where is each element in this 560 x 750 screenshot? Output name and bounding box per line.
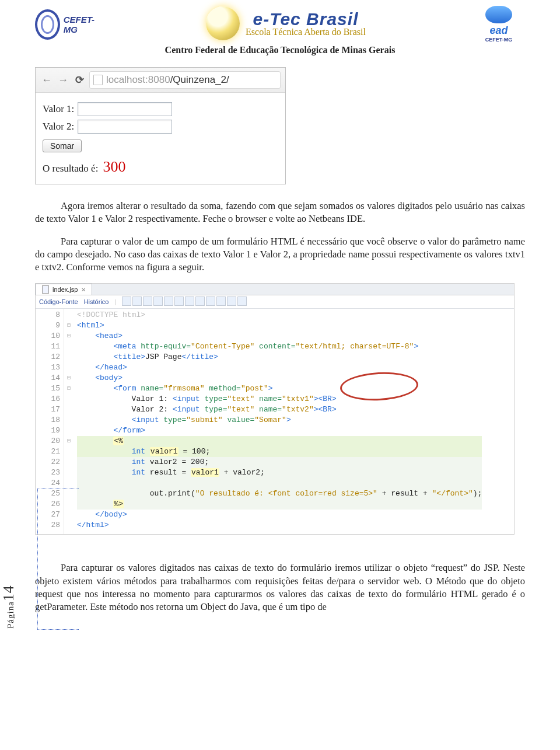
forward-icon[interactable]: → (57, 74, 69, 86)
institution-title: Centro Federal de Educação Tecnológica d… (35, 45, 525, 55)
url-path: /Quinzena_2/ (170, 74, 229, 85)
ide-tab-label: index.jsp (52, 286, 78, 293)
ide-history-tab[interactable]: Histórico (84, 298, 109, 305)
page-label: Página (6, 602, 15, 629)
ead-sub: CEFET-MG (473, 37, 525, 43)
page-number: Página14 (0, 585, 18, 629)
jsp-file-icon (42, 285, 49, 294)
browser-figure: ← → ⟳ localhost:8080/Quinzena_2/ Valor 1… (35, 67, 286, 184)
paragraph-3: Para capturar os valores digitados nas c… (35, 561, 525, 613)
cefet-text: CEFET-MG (64, 15, 99, 34)
code-body: <!DOCTYPE html><html> <head> <meta http-… (74, 309, 482, 534)
reload-icon[interactable]: ⟳ (73, 74, 86, 86)
close-icon[interactable]: ✕ (81, 287, 86, 293)
label-valor1: Valor 1: (43, 103, 74, 115)
ead-bubble-icon (485, 6, 512, 23)
document-header: CEFET-MG e-Tec Brasil Escola Técnica Abe… (35, 0, 525, 45)
ead-text: ead (473, 25, 525, 37)
input-valor2[interactable] (78, 120, 172, 134)
page-value: 14 (0, 585, 17, 602)
cefet-logo: CEFET-MG (35, 6, 99, 43)
ide-tab-index[interactable]: index.jsp ✕ (36, 284, 92, 295)
label-valor2: Valor 2: (43, 121, 74, 132)
resultado-value: 300 (103, 158, 126, 175)
url-host: localhost:8080 (106, 74, 170, 85)
paragraph-2: Para capturar o valor de um campo de um … (35, 235, 525, 274)
resultado-label: O resultado é: (43, 163, 98, 174)
back-icon[interactable]: ← (40, 74, 53, 86)
ide-toolbar-icons[interactable] (122, 296, 248, 307)
ead-logo: ead CEFET-MG (473, 6, 525, 43)
etec-title: e-Tec Brasil (246, 9, 366, 29)
url-bar[interactable]: localhost:8080/Quinzena_2/ (89, 71, 281, 89)
fold-gutter: ⊟⊟⊟⊟⊟ (64, 309, 74, 534)
globe-icon (206, 6, 240, 40)
ide-figure: index.jsp ✕ Código-Fonte Histórico | 891… (35, 283, 514, 535)
input-valor1[interactable] (78, 102, 172, 116)
paragraph-1: Agora iremos alterar o resultado da soma… (35, 200, 525, 226)
swirl-icon (35, 9, 60, 40)
somar-button[interactable]: Somar (43, 139, 82, 152)
etec-subtitle: Escola Técnica Aberta do Brasil (246, 27, 366, 37)
etec-logo: e-Tec Brasil Escola Técnica Aberta do Br… (99, 6, 473, 43)
line-gutter: 8910111213141516171819202122232425262728 (36, 309, 64, 534)
page-icon (93, 75, 103, 85)
browser-toolbar: ← → ⟳ localhost:8080/Quinzena_2/ (36, 68, 285, 93)
ide-source-tab[interactable]: Código-Fonte (39, 298, 78, 305)
